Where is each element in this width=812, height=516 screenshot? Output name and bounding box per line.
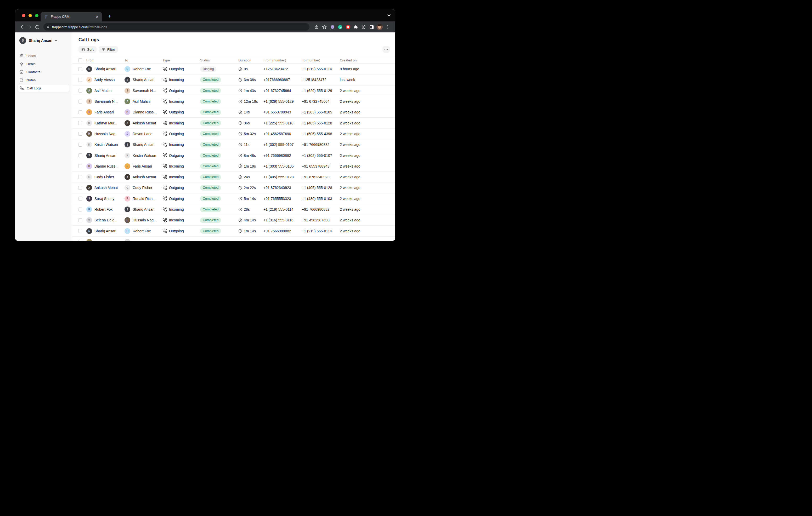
to-avatar — [124, 239, 130, 241]
from-number: +1 (405) 555-0128 — [263, 175, 302, 179]
from-name: Shariq Ansari — [94, 67, 116, 71]
table-row[interactable] — [72, 237, 395, 241]
row-select-cell — [72, 67, 86, 71]
row-checkbox[interactable] — [78, 164, 82, 168]
row-checkbox[interactable] — [78, 132, 82, 136]
row-checkbox[interactable] — [78, 143, 82, 147]
table-row[interactable]: A Asif Mulani S Savannah N... Outgoing C… — [72, 86, 395, 96]
tab-strip: Frappe CRM ✕ + — [15, 9, 395, 22]
table-row[interactable]: S Shariq Ansari K Kristin Watson Outgoin… — [72, 150, 395, 161]
bookmark-star-button[interactable] — [320, 23, 328, 31]
window-controls — [22, 14, 38, 17]
from-cell: S Shariq Ansari — [86, 228, 124, 234]
from-name: Cody Fisher — [94, 175, 114, 179]
table-row[interactable]: C Cody Fisher A Ankush Menat Incoming Co… — [72, 172, 395, 182]
sidebar-item-notes[interactable]: Notes — [17, 76, 70, 84]
leads-icon — [19, 54, 24, 58]
column-header-from[interactable]: From — [86, 58, 124, 62]
row-checkbox[interactable] — [78, 121, 82, 125]
row-checkbox[interactable] — [78, 218, 82, 222]
user-menu[interactable]: S Shariq Ansari — [17, 36, 70, 45]
column-header-type[interactable]: Type — [163, 58, 200, 62]
row-checkbox[interactable] — [78, 175, 82, 179]
reload-button[interactable] — [33, 23, 41, 31]
octocat-extension-icon[interactable] — [328, 23, 336, 31]
table-row[interactable]: S Selena Delg... H Hussain Nag... Incomi… — [72, 215, 395, 225]
row-checkbox[interactable] — [78, 89, 82, 93]
duration-value: 5m 32s — [244, 132, 256, 136]
table-row[interactable]: A Andy Viessa S Shariq Ansari Incoming C… — [72, 74, 395, 85]
incoming-call-icon — [163, 78, 167, 82]
table-row[interactable]: A Ankush Menat C Cody Fisher Outgoing Co… — [72, 182, 395, 193]
sidebar-item-contacts[interactable]: Contacts — [17, 68, 70, 76]
column-header-to[interactable]: To — [124, 58, 163, 62]
browser-menu-button[interactable] — [384, 23, 392, 31]
forward-button[interactable] — [26, 23, 33, 31]
sidebar-item-leads[interactable]: Leads — [17, 52, 70, 60]
sidebar-item-call-logs[interactable]: Call Logs — [17, 84, 70, 92]
status-badge: Completed — [200, 153, 221, 158]
to-name: Kristin Watson — [133, 153, 156, 158]
row-checkbox[interactable] — [78, 153, 82, 157]
row-checkbox[interactable] — [78, 240, 82, 241]
phone-icon — [20, 86, 24, 90]
table-row[interactable]: S Shariq Ansari R Robert Fox Outgoing Co… — [72, 225, 395, 236]
share-button[interactable] — [313, 23, 320, 31]
column-header-duration[interactable]: Duration — [238, 58, 263, 62]
from-avatar: A — [86, 77, 92, 83]
address-bar[interactable]: frappecrm.frappe.cloud/crm/call-logs — [44, 23, 310, 31]
outgoing-call-icon — [163, 229, 167, 233]
sidebar-item-deals[interactable]: Deals — [17, 60, 70, 68]
grammarly-extension-icon[interactable] — [336, 23, 344, 31]
new-tab-button[interactable]: + — [106, 13, 113, 20]
chevron-down-icon — [54, 39, 58, 42]
to-name: Ankush Menat — [133, 121, 156, 125]
table-row[interactable]: K Kathryn Mur... A Ankush Menat Incoming… — [72, 118, 395, 128]
row-checkbox[interactable] — [78, 110, 82, 114]
select-all-checkbox[interactable] — [78, 58, 82, 62]
table-row[interactable]: R Robert Fox S Shariq Ansari Incoming Co… — [72, 204, 395, 215]
browser-profile-avatar[interactable] — [376, 24, 383, 30]
sort-button[interactable]: Sort — [79, 46, 96, 53]
row-checkbox[interactable] — [78, 196, 82, 201]
energy-saver-extension-icon[interactable] — [360, 23, 368, 31]
clock-icon — [238, 78, 242, 82]
tab-frappe-crm[interactable]: Frappe CRM ✕ — [40, 12, 102, 22]
adblock-extension-icon[interactable] — [344, 23, 352, 31]
deals-icon — [19, 62, 24, 66]
back-button[interactable] — [19, 23, 26, 31]
tab-close-icon[interactable]: ✕ — [95, 14, 99, 19]
table-row[interactable]: S Shariq Ansari R Robert Fox Outgoing Ri… — [72, 64, 395, 74]
table-row[interactable]: F Faris Ansari D Dianne Russ... Outgoing… — [72, 107, 395, 118]
tab-search-chevron-icon[interactable] — [387, 13, 391, 18]
column-header-from-number-[interactable]: From (number) — [263, 58, 302, 62]
zoom-window-button[interactable] — [35, 14, 38, 17]
table-row[interactable]: D Dianne Russ... F Faris Ansari Incoming… — [72, 161, 395, 172]
from-cell: K Kristin Watson — [86, 142, 124, 147]
table-row[interactable]: H Hussain Nag... D Devon Lane Outgoing C… — [72, 129, 395, 139]
status-cell: Completed — [200, 217, 238, 223]
filter-button[interactable]: Filter — [98, 46, 118, 53]
column-header-status[interactable]: Status — [200, 58, 238, 62]
minimize-window-button[interactable] — [29, 14, 32, 17]
row-checkbox[interactable] — [78, 229, 82, 233]
table-row[interactable]: S Suraj Shetty R Ronald Rich... Outgoing… — [72, 193, 395, 204]
row-checkbox[interactable] — [78, 99, 82, 103]
row-checkbox[interactable] — [78, 186, 82, 190]
table-row[interactable]: S Savannah N... A Asif Mulani Incoming C… — [72, 96, 395, 107]
more-options-button[interactable] — [382, 46, 390, 53]
row-checkbox[interactable] — [78, 67, 82, 71]
column-header-created-on[interactable]: Created on — [340, 58, 395, 62]
column-header-to-number-[interactable]: To (number) — [302, 58, 340, 62]
table-row[interactable]: K Kristin Watson S Shariq Ansari Incomin… — [72, 139, 395, 150]
row-checkbox[interactable] — [78, 78, 82, 82]
from-avatar: S — [86, 153, 92, 158]
to-cell: K Kristin Watson — [124, 153, 163, 158]
row-checkbox[interactable] — [78, 208, 82, 211]
created-on: 2 weeks ago — [340, 143, 395, 147]
from-number: +91 4562587690 — [263, 132, 302, 136]
close-window-button[interactable] — [22, 14, 25, 17]
side-panel-icon[interactable] — [368, 23, 375, 31]
from-avatar: S — [86, 217, 92, 223]
extensions-puzzle-icon[interactable] — [352, 23, 360, 31]
